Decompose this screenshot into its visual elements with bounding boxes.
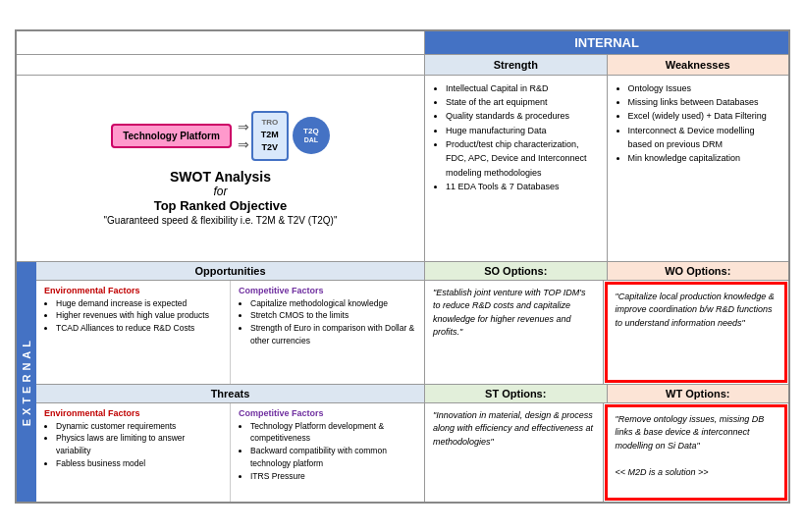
- opp-comp-2: Stretch CMOS to the limits: [250, 309, 416, 322]
- tech-platform-box: Technology Platform: [111, 124, 232, 148]
- t2m-label: T2M: [261, 129, 279, 142]
- tech-platform-label: Technology Platform: [123, 131, 220, 141]
- wt-options-header: WT Options:: [608, 385, 789, 403]
- strength-item-1: Intellectual Capital in R&D: [446, 81, 599, 95]
- so-options-header: SO Options:: [425, 262, 608, 281]
- weakness-item-4: Interconnect & Device modelling based on…: [628, 124, 781, 152]
- weakness-item-2: Missing links between Databases: [628, 95, 781, 109]
- opportunities-header: Opportunities: [36, 262, 425, 281]
- arrow-right-2: ⇒: [238, 136, 249, 152]
- wt-footnote: << M2D is a solution >>: [616, 467, 709, 477]
- thr-comp-3: ITRS Pressure: [250, 470, 416, 483]
- opp-comp-3: Strength of Euro in comparison with Doll…: [250, 322, 416, 347]
- strength-item-6: 11 EDA Tools & 7 Databases: [446, 180, 599, 193]
- opp-env-2: Higher revenues with high value products: [56, 309, 222, 322]
- dal-label: DAL: [304, 136, 318, 144]
- wo-options-text: "Capitalize local production knowledge &…: [605, 282, 788, 383]
- opp-comp-factors: Competitive Factors Capitalize methodolo…: [231, 281, 424, 384]
- strength-header: Strength: [425, 55, 608, 75]
- t2q-circle: T2Q DAL: [293, 117, 330, 154]
- weakness-item-1: Ontology Issues: [628, 81, 781, 95]
- thr-env-title: Environmental Factors: [44, 408, 222, 418]
- thr-env-1: Dynamic customer requirements: [56, 420, 222, 433]
- arrow-right-1: ⇒: [238, 119, 249, 134]
- opp-env-factors: Environmental Factors Huge demand increa…: [36, 281, 231, 384]
- external-vertical-text: EXTERNAL: [21, 337, 32, 426]
- internal-header: INTERNAL: [425, 31, 788, 54]
- thr-env-factors: Environmental Factors Dynamic customer r…: [36, 403, 231, 502]
- wo-options-header: WO Options:: [608, 262, 789, 281]
- opp-env-title: Environmental Factors: [44, 286, 222, 295]
- thr-env-3: Fabless business model: [56, 457, 222, 470]
- weakness-item-5: Min knowledge capitalization: [628, 151, 781, 165]
- weakness-header: Weaknesses: [608, 55, 789, 75]
- weakness-item-3: Excel (widely used) + Data Filtering: [628, 109, 781, 123]
- swot-subtitle: for: [213, 185, 227, 198]
- t2q-label: T2Q: [303, 127, 319, 136]
- st-options-text: "Innovation in material, design & proces…: [425, 403, 604, 502]
- so-options-text: "Establish joint venture with TOP IDM's …: [425, 281, 604, 384]
- wt-text: "Remove ontology issues, missing DB link…: [616, 414, 765, 451]
- t2m-t2v-box: TRO T2M T2V: [251, 111, 289, 161]
- thr-comp-1: Technology Platform development & compet…: [250, 420, 416, 446]
- thr-comp-factors: Competitive Factors Technology Platform …: [231, 403, 424, 502]
- swot-title: SWOT Analysis: [170, 169, 271, 185]
- strength-item-5: Product/test chip characterization, FDC,…: [446, 137, 599, 180]
- opp-env-1: Huge demand increase is expected: [56, 297, 222, 310]
- threats-header: Threats: [36, 385, 425, 403]
- swot-quote: "Guaranteed speed & flexibility i.e. T2M…: [104, 215, 338, 226]
- strength-item-4: Huge manufacturing Data: [446, 124, 599, 137]
- swot-objective: Top Ranked Objective: [154, 198, 288, 213]
- thr-comp-2: Backward compatibility with common techn…: [250, 445, 416, 470]
- strength-item-3: Quality standards & procedures: [446, 109, 599, 123]
- opp-comp-title: Competitive Factors: [239, 286, 416, 295]
- strength-content: Intellectual Capital in R&D State of the…: [425, 76, 608, 261]
- thr-env-2: Physics laws are limiting to answer vari…: [56, 432, 222, 457]
- strength-item-2: State of the art equipment: [446, 95, 599, 109]
- tro-label: TRO: [261, 117, 279, 129]
- t2v-label: T2V: [261, 141, 279, 155]
- st-options-header: ST Options:: [425, 385, 608, 403]
- external-label: EXTERNAL: [17, 262, 36, 502]
- opp-env-3: TCAD Alliances to reduce R&D Costs: [56, 322, 222, 335]
- opp-comp-1: Capitalize methodological knowledge: [250, 297, 416, 310]
- wt-options-text: "Remove ontology issues, missing DB link…: [605, 404, 788, 501]
- thr-comp-title: Competitive Factors: [239, 408, 416, 418]
- weakness-content: Ontology Issues Missing links between Da…: [608, 76, 789, 261]
